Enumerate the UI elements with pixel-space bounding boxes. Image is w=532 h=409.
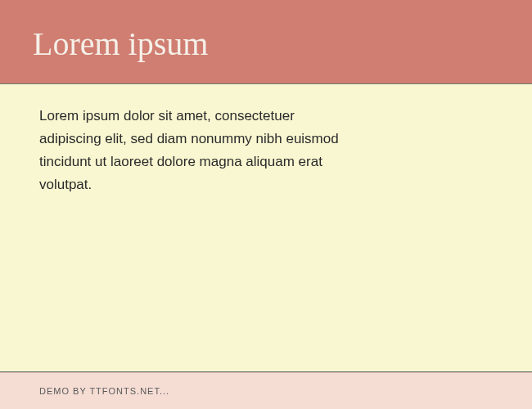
- footer-bar: DEMO BY TTFONTS.NET...: [0, 372, 532, 409]
- header-banner: Lorem ipsum: [0, 0, 532, 83]
- footer-attribution: DEMO BY TTFONTS.NET...: [39, 386, 493, 396]
- page-title: Lorem ipsum: [33, 25, 499, 63]
- content-area: Lorem ipsum dolor sit amet, consectetuer…: [0, 83, 532, 372]
- body-paragraph: Lorem ipsum dolor sit amet, consectetuer…: [39, 105, 342, 196]
